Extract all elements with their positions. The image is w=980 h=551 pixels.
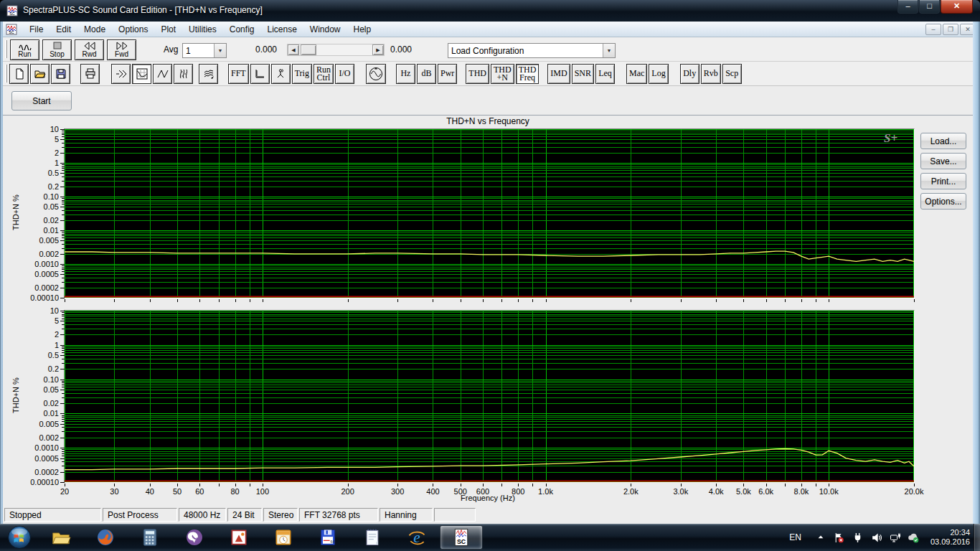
menu-license[interactable]: License <box>260 22 303 37</box>
close-button[interactable]: ✕ <box>941 0 973 14</box>
show-desktop-button[interactable] <box>974 524 980 551</box>
thdn-plot-lower[interactable] <box>64 310 915 483</box>
mdi-minimize-button[interactable]: – <box>925 24 941 35</box>
open-folder-icon <box>34 68 46 80</box>
plot-view-button[interactable] <box>132 64 151 84</box>
forward-button[interactable]: Fwd <box>107 39 136 60</box>
config-select[interactable]: Load Configuration ▼ <box>448 43 616 58</box>
taskbar-internet-explorer[interactable]: e <box>395 525 438 550</box>
mac-button[interactable]: Mac <box>626 64 647 84</box>
scrollbar-thumb[interactable] <box>301 44 316 55</box>
save-button[interactable]: Save... <box>920 153 966 169</box>
rvb-button[interactable]: Rvb <box>701 64 721 84</box>
scroll-left-icon[interactable]: ◀ <box>288 44 299 55</box>
menu-plot[interactable]: Plot <box>154 22 182 37</box>
y-axis-label-upper: THD+N % <box>11 176 20 248</box>
save-file-button[interactable] <box>51 64 70 84</box>
mdi-restore-button[interactable]: ❐ <box>943 24 958 35</box>
power-plug[interactable] <box>851 532 865 543</box>
thd-button[interactable]: THD <box>466 64 489 84</box>
leq-button[interactable]: Leq <box>595 64 615 84</box>
waveform-view-button[interactable] <box>153 64 172 84</box>
print-button[interactable] <box>80 64 100 84</box>
chevron-down-icon[interactable]: ▼ <box>214 44 226 57</box>
menu-window[interactable]: Window <box>303 22 347 37</box>
menu-edit[interactable]: Edit <box>50 22 77 37</box>
series-thdn-channel-1 <box>65 251 914 261</box>
menu-help[interactable]: Help <box>347 22 378 37</box>
menu-utilities[interactable]: Utilities <box>182 22 223 37</box>
maximize-button[interactable]: □ <box>919 0 940 14</box>
volume-speaker[interactable] <box>870 532 884 543</box>
taskbar-backup-tool[interactable]: 64 <box>306 525 349 550</box>
tick-mark <box>681 484 682 486</box>
options-button[interactable]: Options... <box>920 193 966 209</box>
spectraplus-icon: SC <box>451 527 471 547</box>
action-center-flag[interactable] <box>832 532 847 543</box>
menu-mode[interactable]: Mode <box>77 22 112 37</box>
window-title: SpectraPLUS-SC Sound Card Edition - [THD… <box>23 5 263 15</box>
stop-button[interactable]: Stop <box>42 39 72 60</box>
taskbar-notepad[interactable] <box>351 525 394 550</box>
avg-select[interactable]: 1 ▼ <box>182 43 227 58</box>
io-device-button[interactable]: I/O <box>335 64 354 84</box>
thd-n-button[interactable]: THD+N <box>491 64 514 84</box>
print-plot-button[interactable]: Print... <box>920 173 966 189</box>
taskbar-picture-manager[interactable] <box>217 525 260 550</box>
dly-button[interactable]: Dly <box>680 64 699 84</box>
new-file-button[interactable] <box>9 64 29 84</box>
position-scrollbar[interactable]: ◀ ▶ <box>287 44 385 56</box>
load-button[interactable]: Load... <box>920 133 966 149</box>
menu-options[interactable]: Options <box>112 22 154 37</box>
picture-manager-icon <box>229 527 249 547</box>
toolbar-grip[interactable] <box>5 40 7 58</box>
run-control-button[interactable]: RunCtrl <box>314 64 334 84</box>
taskbar-viber[interactable] <box>173 525 216 550</box>
trigger-button[interactable]: Trig <box>292 64 312 84</box>
chevron-down-icon[interactable]: ▼ <box>603 44 615 57</box>
toolbar-grip[interactable] <box>5 65 7 83</box>
pwr-units-button[interactable]: Pwr <box>438 64 457 84</box>
scrollbar-track[interactable] <box>316 44 372 55</box>
db-units-button[interactable]: dB <box>417 64 436 84</box>
taskbar-file-explorer[interactable] <box>39 525 83 550</box>
network-status[interactable] <box>888 532 903 543</box>
language-indicator[interactable]: EN <box>789 532 801 542</box>
taskbar-spectraplus[interactable]: SC <box>440 525 483 550</box>
waveform-icon <box>157 68 169 80</box>
hz-units-button[interactable]: Hz <box>396 64 415 84</box>
app-icon: SC <box>6 5 18 17</box>
rewind-button[interactable]: Rwd <box>75 39 104 60</box>
scroll-right-icon[interactable]: ▶ <box>372 44 384 55</box>
fft-settings-button[interactable]: FFT <box>228 64 249 84</box>
taskbar-calculator[interactable] <box>128 525 171 550</box>
system-tray: EN 20:34 03.09.2016 <box>789 524 970 551</box>
scp-button[interactable]: Scp <box>722 64 742 84</box>
window-border <box>0 22 3 524</box>
signal-generator-button[interactable] <box>366 64 386 84</box>
snr-button[interactable]: SNR <box>572 64 594 84</box>
imd-button[interactable]: IMD <box>547 64 570 84</box>
y-tick-label: 0.0010 <box>16 260 59 268</box>
spectrogram-view-button[interactable] <box>174 64 193 84</box>
minimize-button[interactable]: – <box>897 0 918 14</box>
surface-view-button[interactable] <box>199 64 218 84</box>
taskbar-clock[interactable]: 20:34 03.09.2016 <box>930 528 970 547</box>
start-measure-button[interactable]: Start <box>11 91 72 110</box>
thdn-plot-upper[interactable] <box>64 128 915 298</box>
run-button[interactable]: Run <box>10 39 39 60</box>
menu-file[interactable]: File <box>23 22 50 37</box>
taskbar-clock-app[interactable] <box>262 525 305 550</box>
menu-config[interactable]: Config <box>223 22 261 37</box>
open-file-button[interactable] <box>30 64 50 84</box>
post-process-button[interactable] <box>111 64 131 84</box>
cloud-sync[interactable] <box>907 532 921 543</box>
scaling-button[interactable] <box>250 64 270 84</box>
y-tick-label: 2 <box>16 149 59 157</box>
calibration-button[interactable] <box>271 64 291 84</box>
taskbar-firefox[interactable] <box>84 525 127 550</box>
windows-start-button[interactable] <box>0 524 39 551</box>
thd-freq-button[interactable]: THDFreq <box>516 64 540 84</box>
hidden-icons-arrow[interactable] <box>814 532 828 543</box>
log-button[interactable]: Log <box>649 64 668 84</box>
